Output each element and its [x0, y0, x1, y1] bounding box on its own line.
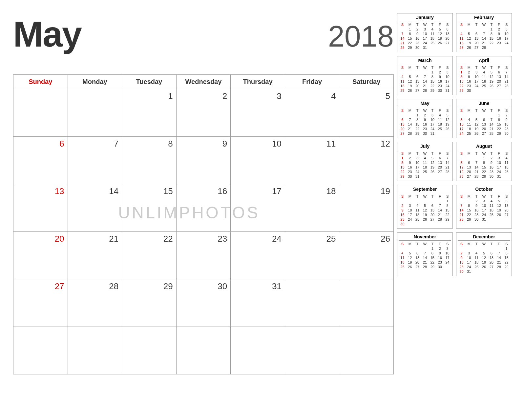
mini-day: 13: [429, 208, 436, 212]
mini-day: 8: [414, 117, 421, 122]
mini-day: 1: [488, 27, 495, 31]
day-cell: 8: [122, 137, 177, 184]
mini-month: MaySMTWTFS123456789101112131415161718192…: [397, 99, 453, 138]
mini-day: 20: [503, 208, 510, 212]
mini-weekday-header: S: [458, 151, 465, 156]
mini-day: 13: [488, 255, 495, 260]
mini-weekday-header: M: [406, 65, 414, 70]
mini-day: 19: [406, 84, 414, 88]
mini-day: 9: [495, 31, 503, 36]
mini-day: 2: [406, 156, 414, 160]
day-cell: 7: [68, 137, 122, 184]
mini-weekday-header: T: [488, 194, 495, 199]
mini-day: 26: [495, 212, 503, 217]
mini-day: 5: [406, 251, 414, 255]
mini-month-grid: SMTWTFS123456789101112131415161718192021…: [399, 65, 451, 93]
mini-day: 17: [458, 127, 465, 131]
mini-day: 20: [444, 36, 451, 41]
mini-day: 5: [421, 203, 429, 208]
mini-day: 11: [399, 79, 406, 84]
mini-day: 3: [421, 27, 429, 31]
mini-weekday-header: W: [421, 194, 429, 199]
mini-day: 26: [480, 265, 488, 269]
mini-day: 31: [444, 88, 451, 93]
mini-day-empty: [488, 246, 495, 251]
mini-day: 12: [406, 79, 414, 84]
mini-day: 21: [421, 84, 429, 88]
mini-weekday-header: T: [414, 65, 421, 70]
mini-day: 10: [444, 251, 451, 255]
mini-day: 17: [444, 79, 451, 84]
mini-day: 20: [414, 260, 421, 265]
mini-day-empty: [473, 246, 480, 251]
mini-day-empty: [495, 246, 503, 251]
mini-day: 5: [465, 31, 473, 36]
mini-day: 15: [458, 79, 465, 84]
day-cell: [339, 327, 394, 374]
mini-day-empty: [406, 199, 414, 203]
day-cell: [285, 279, 339, 327]
mini-month-grid: SMTWTFS123456789101112131415161718192021…: [399, 242, 451, 269]
mini-month-title: April: [458, 58, 510, 64]
mini-day: 7: [480, 31, 488, 36]
mini-day: 10: [473, 74, 480, 79]
mini-day: 24: [458, 131, 465, 136]
mini-day: 25: [503, 170, 510, 174]
mini-day: 7: [421, 74, 429, 79]
mini-day: 20: [495, 79, 503, 84]
mini-day: 17: [414, 165, 421, 170]
mini-day: 22: [465, 212, 473, 217]
mini-day: 27: [488, 265, 495, 269]
mini-day: 17: [473, 79, 480, 84]
mini-day: 20: [473, 41, 480, 45]
day-cell: 15: [122, 184, 177, 232]
mini-day: 2: [473, 199, 480, 203]
mini-day: 6: [414, 74, 421, 79]
mini-day: 28: [495, 265, 503, 269]
mini-weekday-header: T: [488, 65, 495, 70]
mini-day: 18: [399, 260, 406, 265]
mini-weekday-header: F: [495, 65, 503, 70]
mini-day: 14: [488, 122, 495, 127]
mini-weekday-header: T: [488, 151, 495, 156]
main-calendar-grid: SundayMondayTuesdayWednesdayThursdayFrid…: [13, 74, 394, 374]
day-cell: [339, 279, 394, 327]
mini-day: 26: [436, 41, 444, 45]
mini-weekday-header: S: [503, 108, 510, 113]
mini-day: 12: [429, 160, 436, 165]
mini-day: 6: [414, 251, 421, 255]
mini-day: 4: [473, 251, 480, 255]
mini-weekday-header: T: [473, 22, 480, 27]
mini-day: 9: [399, 208, 406, 212]
mini-day: 28: [399, 45, 406, 50]
mini-day: 27: [480, 131, 488, 136]
mini-day: 30: [488, 174, 495, 179]
mini-day: 16: [436, 255, 444, 260]
mini-day: 19: [421, 212, 429, 217]
mini-day: 29: [503, 265, 510, 269]
mini-day: 6: [436, 156, 444, 160]
year-title: 2018: [328, 20, 394, 53]
mini-day: 2: [399, 203, 406, 208]
mini-day: 5: [406, 74, 414, 79]
day-cell: 5: [339, 89, 394, 137]
mini-day: 17: [480, 208, 488, 212]
mini-day: 30: [421, 131, 429, 136]
mini-day: 30: [436, 88, 444, 93]
mini-day: 4: [465, 117, 473, 122]
mini-day-empty: [436, 199, 444, 203]
mini-day: 7: [406, 117, 414, 122]
mini-day: 29: [444, 217, 451, 222]
mini-day: 25: [429, 41, 436, 45]
mini-weekday-header: S: [444, 22, 451, 27]
mini-day: 15: [503, 255, 510, 260]
mini-weekday-header: W: [480, 242, 488, 246]
mini-day: 27: [436, 170, 444, 174]
mini-day: 14: [480, 36, 488, 41]
day-cell: [13, 89, 68, 137]
mini-day: 2: [488, 156, 495, 160]
mini-weekday-header: M: [465, 108, 473, 113]
mini-day: 10: [458, 122, 465, 127]
mini-day: 25: [399, 265, 406, 269]
mini-weekday-header: W: [421, 242, 429, 246]
